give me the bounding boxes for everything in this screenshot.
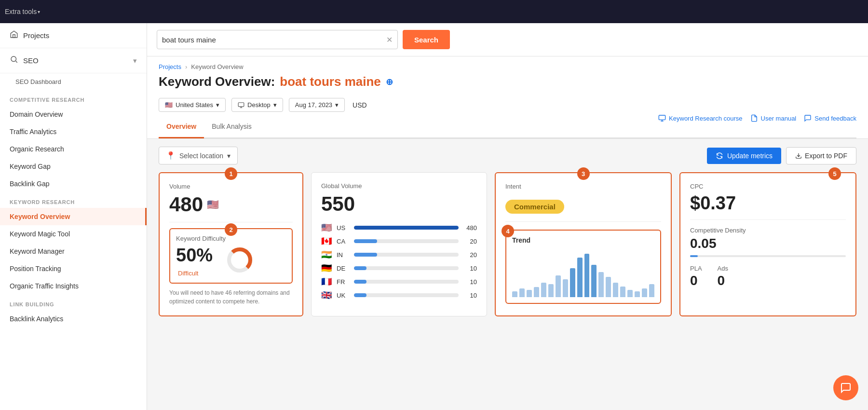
global-volume-card: Global Volume 550 🇺🇸 US 480 🇨🇦 CA 20 <box>311 172 487 316</box>
num-in: 20 <box>462 251 477 259</box>
chat-support-button[interactable] <box>833 375 858 400</box>
refresh-icon <box>716 152 723 160</box>
nav-extra-tools[interactable]: Extra tools▾ <box>0 0 868 23</box>
trend-bar <box>584 254 590 297</box>
sidebar-item-traffic-analytics[interactable]: Traffic Analytics <box>0 123 147 140</box>
tab-overview[interactable]: Overview <box>159 116 204 138</box>
cpc-divider <box>690 219 846 220</box>
sidebar-item-organic-research[interactable]: Organic Research <box>0 140 147 158</box>
pla-value: 0 <box>690 273 702 288</box>
country-row-de: 🇩🇪 DE 10 <box>321 263 477 273</box>
code-in: IN <box>337 251 350 259</box>
intent-trend-card: 3 Intent Commercial 4 Trend <box>495 172 672 316</box>
device-chevron: ▾ <box>273 101 277 109</box>
num-uk: 10 <box>462 292 477 299</box>
breadcrumb-current: Keyword Overview <box>191 63 243 70</box>
sidebar-item-keyword-manager[interactable]: Keyword Manager <box>0 243 147 260</box>
badge-4: 4 <box>502 225 514 237</box>
sidebar-projects[interactable]: Projects <box>0 23 147 48</box>
code-de: DE <box>337 265 350 272</box>
trend-bar <box>642 288 647 297</box>
num-ca: 20 <box>462 238 477 245</box>
ads-item: Ads 0 <box>718 265 728 288</box>
volume-label: Volume <box>169 183 293 190</box>
trend-bar <box>620 287 625 298</box>
trend-bar <box>541 283 546 297</box>
seo-icon <box>10 55 18 66</box>
location-pin-icon: 📍 <box>166 151 176 160</box>
code-uk: UK <box>337 292 350 299</box>
sidebar-item-keyword-gap[interactable]: Keyword Gap <box>0 158 147 175</box>
sidebar-item-backlink-analytics[interactable]: Backlink Analytics <box>0 310 147 328</box>
badge-3: 3 <box>577 167 590 180</box>
trend-section: 4 Trend <box>505 230 661 304</box>
kd-row: 50% Difficult <box>176 245 286 277</box>
sidebar-item-keyword-overview[interactable]: Keyword Overview <box>0 208 147 225</box>
kd-label: Keyword Difficulty <box>176 235 286 242</box>
search-button[interactable]: Search <box>403 30 450 49</box>
sidebar-item-backlink-gap[interactable]: Backlink Gap <box>0 175 147 192</box>
main-content: ✕ Search Projects › Keyword Overview Key… <box>147 23 868 410</box>
export-pdf-button[interactable]: Export to PDF <box>786 147 856 164</box>
bar-bg-us <box>354 226 459 230</box>
code-us: US <box>337 224 350 232</box>
trend-bar <box>512 291 517 297</box>
kd-value: 50% <box>176 245 213 266</box>
flag-us: 🇺🇸 <box>321 222 333 233</box>
kd-note: You will need to have 46 referring domai… <box>169 288 293 306</box>
seo-label: SEO <box>23 56 39 65</box>
location-select-button[interactable]: 📍 Select location ▾ <box>159 147 238 164</box>
device-filter[interactable]: Desktop ▾ <box>231 98 283 112</box>
desktop-icon <box>238 102 244 109</box>
ads-value: 0 <box>718 273 728 288</box>
user-manual-link[interactable]: User manual <box>750 114 797 122</box>
cards-area: 1 Volume 480 🇺🇸 2 Keyword Difficulty 50%… <box>147 172 868 328</box>
date-filter[interactable]: Aug 17, 2023 ▾ <box>289 98 345 112</box>
comp-density-bar <box>690 255 846 257</box>
send-feedback-link[interactable]: Send feedback <box>804 114 856 122</box>
bar-fill-de <box>354 266 366 270</box>
page-header: Projects › Keyword Overview Keyword Over… <box>147 56 868 139</box>
sidebar-item-domain-overview[interactable]: Domain Overview <box>0 106 147 123</box>
volume-value: 480 🇺🇸 <box>169 193 293 216</box>
filters-row: 🇺🇸 United States ▾ Desktop ▾ Aug 17, 202… <box>159 93 856 112</box>
sidebar: Projects SEO ▾ SEO Dashboard COMPETITIVE… <box>0 23 147 410</box>
keyword-research-course-link[interactable]: Keyword Research course <box>658 114 742 122</box>
intent-label: Intent <box>505 183 661 190</box>
tab-bulk-analysis[interactable]: Bulk Analysis <box>204 116 259 138</box>
page-title: Keyword Overview: boat tours maine ⊕ <box>159 74 856 89</box>
search-input[interactable] <box>162 36 386 44</box>
country-row-ca: 🇨🇦 CA 20 <box>321 236 477 246</box>
ads-label: Ads <box>718 265 728 272</box>
clear-button[interactable]: ✕ <box>386 35 393 44</box>
update-metrics-button[interactable]: Update metrics <box>707 148 781 164</box>
bar-fill-uk <box>354 293 366 297</box>
add-to-list-icon[interactable]: ⊕ <box>386 77 393 87</box>
sidebar-item-organic-traffic[interactable]: Organic Traffic Insights <box>0 277 147 295</box>
breadcrumb: Projects › Keyword Overview <box>159 63 856 70</box>
date-chevron: ▾ <box>335 101 339 109</box>
sidebar-seo[interactable]: SEO ▾ <box>0 48 147 73</box>
kd-left: 50% Difficult <box>176 245 213 277</box>
trend-chart <box>512 249 654 297</box>
send-feedback-text: Send feedback <box>814 115 856 122</box>
sidebar-item-seo-dashboard[interactable]: SEO Dashboard <box>0 73 147 90</box>
flag-uk: 🇬🇧 <box>321 290 333 301</box>
trend-bar <box>577 258 583 298</box>
breadcrumb-parent[interactable]: Projects <box>159 63 181 70</box>
title-prefix: Keyword Overview: <box>159 74 275 89</box>
trend-bar <box>591 265 597 298</box>
comp-density-label: Competitive Density <box>690 227 846 234</box>
sidebar-item-keyword-magic[interactable]: Keyword Magic Tool <box>0 225 147 243</box>
country-filter[interactable]: 🇺🇸 United States ▾ <box>159 98 226 112</box>
export-label: Export to PDF <box>805 152 847 160</box>
sidebar-item-position-tracking[interactable]: Position Tracking <box>0 260 147 277</box>
global-volume-value: 550 <box>321 192 477 216</box>
bar-bg-de <box>354 266 459 270</box>
num-us: 480 <box>462 224 477 232</box>
donut-chart <box>225 246 254 276</box>
bar-fill-fr <box>354 280 366 284</box>
trend-bar <box>534 287 539 297</box>
intent-value: Commercial <box>505 200 564 214</box>
trend-bar <box>598 272 604 298</box>
